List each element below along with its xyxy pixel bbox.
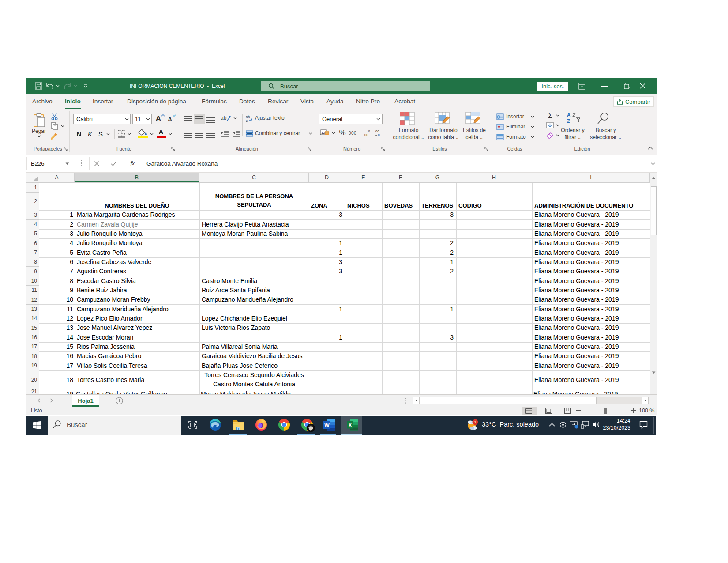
svg-text:ab: ab bbox=[221, 115, 227, 121]
svg-text:X: X bbox=[348, 422, 352, 428]
svg-text:W: W bbox=[324, 423, 330, 429]
svg-text:1: 1 bbox=[474, 420, 476, 424]
svg-text:,00: ,00 bbox=[364, 133, 368, 137]
svg-text:Z: Z bbox=[567, 118, 570, 124]
svg-text:A: A bbox=[567, 112, 570, 117]
svg-text:→0: →0 bbox=[375, 133, 380, 137]
